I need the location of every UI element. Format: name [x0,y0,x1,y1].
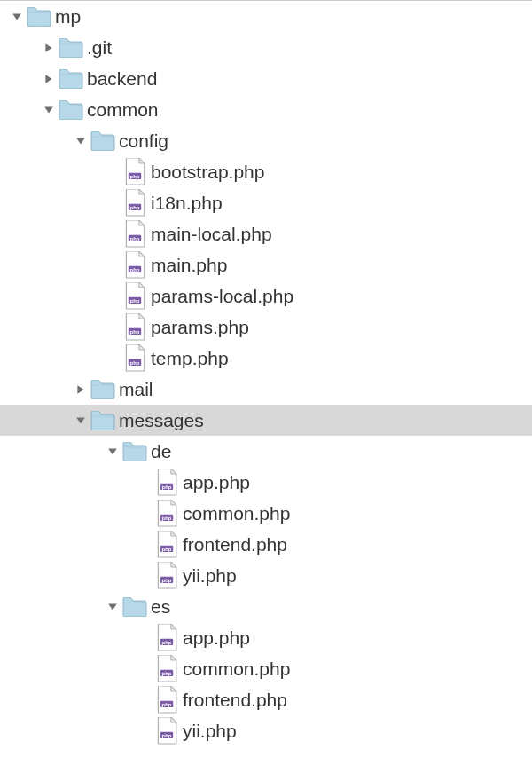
tree-row[interactable]: messages [0,405,532,436]
tree-row[interactable]: phpfrontend.php [0,684,532,715]
chevron-right-icon[interactable] [41,40,57,56]
folder-icon [90,410,115,431]
chevron-down-icon[interactable] [105,599,121,615]
tree-item-label: es [151,596,170,618]
folder-icon [59,99,83,121]
php-file-icon: php [124,191,145,216]
tree-row[interactable]: phpi18n.php [0,187,532,218]
tree-row[interactable]: phpparams.php [0,311,532,343]
tree-row[interactable]: phpparams-local.php [0,280,532,311]
tree-row[interactable]: phpapp.php [0,467,532,498]
tree-row[interactable]: phpcommon.php [0,653,532,684]
svg-text:php: php [130,328,140,334]
tree-row[interactable]: phptemp.php [0,343,532,374]
indent [0,420,73,421]
tree-item-label: main.php [151,255,227,276]
indent [0,327,105,327]
php-file-icon: php [156,657,177,682]
svg-text:php: php [162,515,172,520]
indent [0,544,137,545]
indent [0,47,41,48]
tree-row[interactable]: mp [0,1,532,32]
php-file-icon: php [156,688,177,713]
chevron-down-icon[interactable] [73,413,89,429]
indent [0,233,105,234]
indent [0,606,105,607]
folder-icon [122,596,147,618]
svg-text:php: php [130,359,140,365]
folder-icon [27,6,51,28]
tree-item-label: .git [87,37,112,59]
tree-item-label: mp [55,6,81,28]
chevron-right-icon[interactable] [73,382,89,398]
indent [0,668,137,669]
tree-item-label: main-local.php [151,224,272,245]
tree-row[interactable]: phpyii.php [0,715,532,746]
indent [0,637,137,638]
chevron-right-icon[interactable] [41,71,57,87]
indent [0,575,137,576]
tree-item-label: app.php [183,472,250,493]
svg-text:php: php [162,546,172,551]
php-file-icon: php [124,346,145,371]
tree-row[interactable]: es [0,591,532,622]
tree-item-label: i18n.php [151,193,223,214]
svg-text:php: php [162,639,172,644]
tree-row[interactable]: phpcommon.php [0,498,532,529]
tree-row[interactable]: config [0,125,532,156]
chevron-down-icon[interactable] [73,133,89,149]
tree-item-label: mail [119,379,153,400]
tree-row[interactable]: phpyii.php [0,560,532,591]
php-file-icon: php [124,315,145,340]
svg-text:php: php [130,204,140,209]
tree-row[interactable]: common [0,94,532,125]
php-file-icon: php [156,532,177,557]
svg-text:php: php [130,297,140,303]
tree-item-label: common [87,99,159,121]
tree-item-label: frontend.php [183,690,287,711]
svg-text:php: php [162,701,172,706]
chevron-down-icon[interactable] [9,9,25,25]
tree-item-label: bootstrap.php [151,162,264,183]
indent [0,358,105,359]
tree-item-label: common.php [183,503,290,524]
tree-item-label: temp.php [151,348,229,369]
folder-icon [59,68,83,90]
tree-row[interactable]: phpbootstrap.php [0,156,532,187]
svg-text:php: php [162,577,172,582]
tree-item-label: backend [87,68,157,90]
tree-item-label: yii.php [183,565,237,587]
folder-icon [122,441,147,462]
tree-row[interactable]: phpmain.php [0,249,532,280]
tree-row[interactable]: phpapp.php [0,622,532,653]
folder-icon [59,37,83,59]
indent [0,171,105,172]
svg-text:php: php [162,670,172,675]
indent [0,78,41,79]
indent [0,264,105,265]
file-tree[interactable]: mp.gitbackendcommonconfigphpbootstrap.ph… [0,1,532,746]
indent [0,140,73,141]
folder-icon [90,130,115,152]
svg-text:php: php [130,173,140,178]
indent [0,513,137,514]
indent [0,730,137,731]
tree-row[interactable]: de [0,436,532,467]
tree-row[interactable]: backend [0,63,532,94]
tree-item-label: app.php [183,627,250,649]
tree-row[interactable]: mail [0,374,532,405]
php-file-icon: php [124,222,145,247]
tree-item-label: common.php [183,658,290,680]
tree-row[interactable]: phpmain-local.php [0,218,532,249]
tree-row[interactable]: phpfrontend.php [0,529,532,560]
tree-row[interactable]: .git [0,32,532,63]
tree-item-label: params.php [151,317,249,338]
indent [0,451,105,452]
tree-item-label: params-local.php [151,286,293,307]
indent [0,202,105,203]
php-file-icon: php [156,564,177,588]
php-file-icon: php [156,501,177,526]
chevron-down-icon[interactable] [105,444,121,460]
chevron-down-icon[interactable] [41,102,57,118]
indent [0,482,137,483]
